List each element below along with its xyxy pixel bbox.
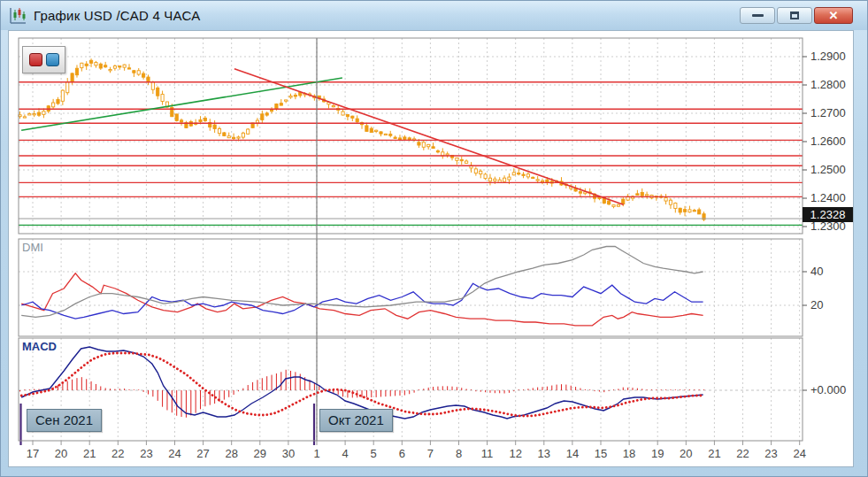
restore-icon <box>790 12 799 19</box>
current-price-tag: 1.2328 <box>803 207 853 222</box>
minimize-button[interactable] <box>740 7 775 24</box>
month-marker-october: Окт 2021 <box>319 409 393 432</box>
window-title: График USD /CAD 4 ЧАСА <box>34 8 200 23</box>
axis-tick-marks <box>33 57 807 445</box>
close-icon: ✕ <box>829 10 839 21</box>
blue-series-toggle-button[interactable] <box>46 53 59 66</box>
window-controls: ✕ <box>740 7 853 24</box>
series-toggle-toolbar <box>22 46 65 73</box>
titlebar[interactable]: График USD /CAD 4 ЧАСА ✕ <box>1 1 867 30</box>
month-marker-september: Сен 2021 <box>27 409 102 432</box>
application-window: График USD /CAD 4 ЧАСА ✕ DMI MACD Сен 20… <box>0 0 868 477</box>
minimize-icon <box>752 14 764 17</box>
panel-borders <box>19 38 803 441</box>
restore-button[interactable] <box>777 7 812 24</box>
close-button[interactable]: ✕ <box>814 7 853 24</box>
red-series-toggle-button[interactable] <box>29 53 42 66</box>
dmi-di-red <box>21 273 703 326</box>
candlestick-chart-icon <box>8 6 27 26</box>
chart-canvas[interactable] <box>1 1 868 477</box>
trendline-red-descending <box>234 69 624 205</box>
